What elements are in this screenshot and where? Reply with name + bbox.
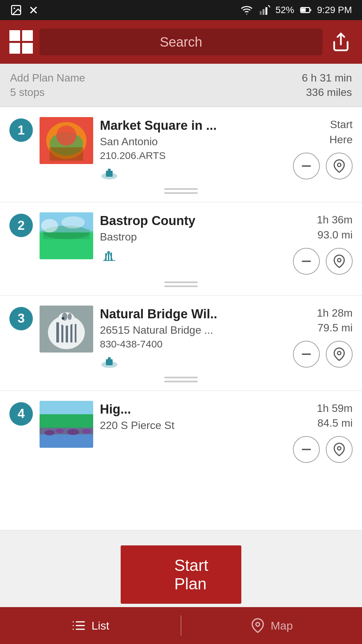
stop-time-distance: 1h 28m 79.5 mi: [317, 306, 353, 336]
stop-thumbnail: [40, 117, 93, 164]
status-icons-right: 52% 9:29 PM: [240, 4, 352, 16]
svg-rect-49: [108, 357, 111, 360]
stop-name: Natural Bridge Wil..: [100, 307, 286, 321]
svg-point-22: [338, 163, 341, 166]
start-plan-button[interactable]: Start Plan: [121, 545, 241, 604]
svg-rect-17: [50, 147, 83, 161]
svg-point-35: [338, 258, 341, 262]
svg-rect-10: [301, 8, 306, 12]
stop-actions: 1h 36m 93.0 mi: [293, 212, 353, 275]
stop-name: Hig...: [100, 402, 286, 417]
remove-stop-button[interactable]: [293, 153, 320, 179]
plan-right: 6 h 31 min 336 miles: [302, 72, 352, 99]
stop-info: Natural Bridge Wil.. 26515 Natural Bridg…: [100, 306, 286, 370]
search-placeholder: Search: [160, 35, 202, 50]
navigate-button[interactable]: [326, 436, 353, 463]
svg-line-8: [268, 5, 270, 7]
stop-thumbnail: [40, 401, 93, 448]
stop-address: 220 S Pierce St: [100, 419, 286, 432]
bottom-navigation: List Map: [0, 607, 362, 644]
svg-point-16: [56, 125, 76, 146]
share-button[interactable]: [329, 30, 353, 54]
stop-city: San Antonio: [100, 136, 286, 148]
svg-rect-20: [108, 169, 111, 171]
plan-distance: 336 miles: [306, 86, 352, 99]
stop-thumbnail: [40, 212, 93, 259]
navigate-button[interactable]: [326, 248, 353, 275]
svg-rect-30: [108, 251, 109, 261]
battery-text: 52%: [276, 5, 294, 15]
map-pin-icon: [250, 618, 265, 633]
stop-item: 2 Bastrop County Bastrop: [0, 202, 362, 296]
nav-list-tab[interactable]: List: [0, 607, 181, 644]
close-icon: [27, 4, 40, 16]
time-display: 9:29 PM: [317, 5, 352, 15]
drag-handle[interactable]: [9, 188, 353, 194]
plan-stops: 5 stops: [10, 86, 85, 99]
status-bar: 52% 9:29 PM: [0, 0, 362, 20]
svg-point-46: [62, 317, 64, 320]
stop-time-distance: 1h 59m 84.5 mi: [317, 401, 353, 431]
svg-point-1: [14, 8, 15, 9]
navigate-button[interactable]: [326, 153, 353, 179]
plan-name[interactable]: Add Plan Name: [10, 72, 85, 84]
stop-category-icon: [100, 167, 286, 181]
drag-handle[interactable]: [9, 281, 353, 287]
battery-icon: [300, 4, 312, 16]
stop-number-badge: 3: [9, 307, 33, 330]
stop-info: Bastrop County Bastrop: [100, 212, 286, 263]
wifi-icon: [240, 4, 253, 16]
action-buttons: [293, 153, 353, 179]
svg-rect-19: [106, 171, 113, 177]
svg-rect-5: [260, 11, 262, 15]
svg-point-51: [338, 352, 341, 355]
svg-point-68: [256, 623, 260, 626]
grid-menu-icon[interactable]: [9, 30, 33, 54]
status-icons-left: [10, 4, 40, 16]
stop-address: 26515 Natural Bridge ...: [100, 324, 286, 336]
plan-info-bar: Add Plan Name 5 stops 6 h 31 min 336 mil…: [0, 64, 362, 107]
svg-rect-41: [70, 323, 72, 342]
svg-rect-7: [265, 7, 267, 15]
svg-point-59: [82, 429, 91, 434]
action-buttons: [293, 248, 353, 275]
stop-time-distance: 1h 36m 93.0 mi: [317, 212, 353, 243]
svg-point-4: [246, 14, 247, 15]
svg-point-29: [61, 216, 85, 228]
svg-point-57: [56, 429, 64, 433]
svg-point-56: [45, 430, 55, 435]
plan-left: Add Plan Name 5 stops: [10, 72, 85, 99]
svg-rect-48: [106, 359, 113, 365]
stop-info: Hig... 220 S Pierce St: [100, 401, 286, 434]
nav-map-tab[interactable]: Map: [181, 607, 362, 644]
top-header: Search: [0, 20, 362, 64]
stop-thumbnail: [40, 306, 93, 353]
svg-point-61: [338, 447, 341, 450]
action-buttons: [293, 341, 353, 368]
stop-phone: 210.206.ARTS: [100, 150, 286, 161]
stop-item: 1 Market Square in ... San Antonio 210.2…: [0, 107, 362, 202]
map-tab-label: Map: [270, 619, 293, 632]
signal-icon: [259, 4, 270, 16]
stop-city: Bastrop: [100, 231, 286, 243]
remove-stop-button[interactable]: [293, 436, 320, 463]
svg-rect-38: [56, 322, 59, 342]
stop-item: 4 Hig... 220 S Pierce St 1h 59m 84.5 mi: [0, 391, 362, 531]
action-buttons: [293, 436, 353, 463]
remove-stop-button[interactable]: [293, 248, 320, 275]
search-bar[interactable]: Search: [40, 29, 322, 55]
svg-rect-6: [262, 9, 264, 15]
svg-rect-55: [40, 434, 93, 448]
svg-point-58: [67, 429, 79, 435]
list-tab-label: List: [92, 619, 109, 632]
stop-actions: 1h 59m 84.5 mi: [293, 401, 353, 463]
stop-actions: 1h 28m 79.5 mi: [293, 306, 353, 368]
stop-number-badge: 4: [9, 402, 33, 426]
navigate-button[interactable]: [326, 341, 353, 368]
stop-item: 3 Natural Bridge Wil.. 26515 Natural Bri…: [0, 296, 362, 391]
stop-category-icon: [100, 355, 286, 370]
drag-handle[interactable]: [9, 377, 353, 382]
list-icon: [71, 618, 86, 633]
remove-stop-button[interactable]: [293, 341, 320, 368]
stop-phone: 830-438-7400: [100, 338, 286, 350]
